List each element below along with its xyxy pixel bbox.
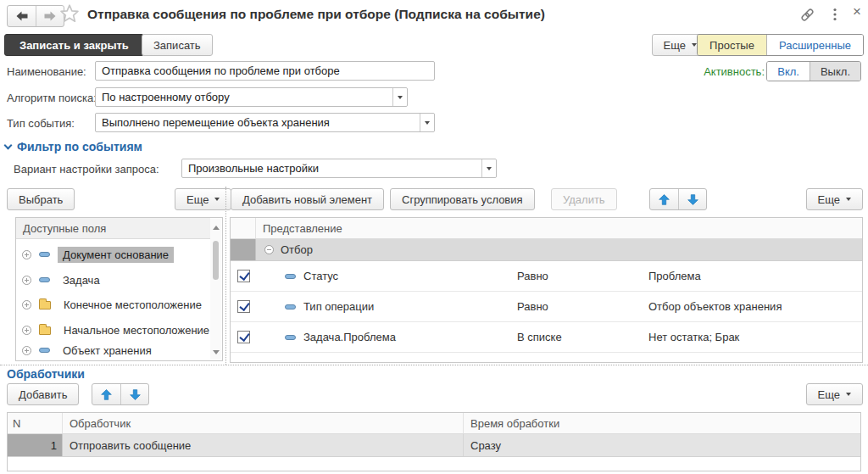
checkbox-checked[interactable] <box>237 300 250 313</box>
section-separator <box>0 365 868 365</box>
scroll-down-icon[interactable] <box>213 350 220 354</box>
name-label: Наименование: <box>7 65 86 78</box>
search-algorithm-combobox[interactable]: По настроенному отбору <box>95 87 408 107</box>
handlers-table-header: N Обработчик Время обработки <box>8 413 860 434</box>
select-field-button[interactable]: Выбрать <box>7 188 75 210</box>
forward-arrow-icon <box>44 11 56 21</box>
dropdown-button[interactable] <box>481 159 496 177</box>
back-arrow-icon <box>16 11 28 21</box>
nav-history-group <box>7 5 64 27</box>
tree-scrollbar[interactable] <box>210 219 221 360</box>
folder-icon <box>39 301 51 309</box>
conditions-more-button[interactable]: Еще <box>806 188 863 210</box>
tree-item-storage-object[interactable]: Объект хранения <box>22 340 208 360</box>
query-variant-label: Вариант настройки запроса: <box>14 163 159 176</box>
conditions-table-header: Представление <box>231 218 862 239</box>
column-header-handler: Обработчик <box>63 417 463 430</box>
name-input[interactable]: Отправка сообщения по проблеме при отбор… <box>95 61 435 81</box>
delete-button[interactable]: Удалить <box>551 188 617 210</box>
up-arrow-icon <box>101 389 112 400</box>
up-arrow-icon <box>659 194 670 205</box>
group-row-marker <box>231 239 256 260</box>
tree-item-document-base[interactable]: Документ основание <box>22 244 208 265</box>
chevron-down-icon <box>846 393 851 396</box>
event-subscription-form: Отправка сообщения по проблеме при отбор… <box>0 0 868 474</box>
close-icon[interactable]: × <box>853 3 861 20</box>
expand-icon[interactable] <box>22 326 31 335</box>
expand-icon[interactable] <box>22 346 31 355</box>
expand-icon[interactable] <box>22 276 31 285</box>
scrollbar-thumb[interactable] <box>213 241 219 280</box>
available-fields-panel: Доступные поля Документ основание Задача… <box>15 217 223 361</box>
panel-splitter[interactable] <box>225 187 226 365</box>
activity-on[interactable]: Вкл. <box>767 62 810 81</box>
chevron-down-icon <box>425 121 430 125</box>
back-button[interactable] <box>8 6 36 26</box>
move-down-button[interactable] <box>678 189 706 209</box>
filter-section-header[interactable]: Фильтр по событиям <box>5 140 142 153</box>
dropdown-button[interactable] <box>420 114 434 131</box>
checkbox-checked[interactable] <box>237 331 250 343</box>
add-handler-button[interactable]: Добавить <box>7 383 79 405</box>
get-link-icon[interactable] <box>800 8 815 25</box>
dropdown-button[interactable] <box>392 88 407 106</box>
view-mode-simple[interactable]: Простые <box>698 35 766 55</box>
kebab-menu-icon[interactable] <box>833 8 837 24</box>
collapse-chevron-icon <box>4 142 13 150</box>
attribute-icon <box>39 277 50 282</box>
conditions-table: Представление Отбор Статус Равно Проблем… <box>230 217 863 363</box>
expand-icon[interactable] <box>22 250 31 259</box>
handlers-table: N Обработчик Время обработки 1 Отпроавит… <box>7 412 861 471</box>
attribute-icon <box>285 304 296 309</box>
filter-group-row[interactable]: Отбор <box>231 239 862 261</box>
handler-move-buttons-group <box>92 383 149 405</box>
scroll-up-icon[interactable] <box>213 226 220 230</box>
attribute-icon <box>39 252 50 257</box>
event-type-combobox[interactable]: Выполнено перемещение объекта хранения <box>95 113 435 132</box>
move-up-button[interactable] <box>92 384 120 404</box>
chevron-down-icon <box>846 198 851 201</box>
tree-item-start-location[interactable]: Начальное местоположение <box>22 320 208 340</box>
activity-off[interactable]: Выкл. <box>810 62 860 81</box>
tree-item-final-location[interactable]: Конечное местоположение <box>22 294 208 315</box>
attribute-icon <box>39 348 50 353</box>
handlers-more-button[interactable]: Еще <box>806 383 863 405</box>
page-title: Отправка сообщения по проблеме при отбор… <box>87 7 545 22</box>
folder-icon <box>39 326 51 335</box>
event-type-label: Тип события: <box>7 117 75 130</box>
chevron-down-icon <box>692 43 697 47</box>
favorite-star-icon[interactable] <box>60 4 79 25</box>
column-header-n: N <box>8 413 63 433</box>
chevron-down-icon <box>214 198 220 201</box>
attribute-icon <box>285 335 296 340</box>
activity-switch: Вкл. Выкл. <box>766 61 861 81</box>
group-conditions-button[interactable]: Сгруппировать условия <box>390 188 535 210</box>
move-down-button[interactable] <box>120 384 148 404</box>
save-and-close-button[interactable]: Записать и закрыть <box>4 34 144 56</box>
down-arrow-icon <box>130 389 141 400</box>
row-number-cell: 1 <box>8 434 63 456</box>
available-fields-header: Доступные поля <box>16 218 210 239</box>
add-element-button[interactable]: Добавить новый элемент <box>231 188 384 210</box>
query-variant-combobox[interactable]: Произвольные настройки <box>181 159 497 178</box>
move-up-button[interactable] <box>650 189 678 209</box>
chevron-down-icon <box>398 96 403 99</box>
view-mode-advanced[interactable]: Расширенные <box>766 35 863 55</box>
column-header-time: Время обработки <box>463 413 860 433</box>
checkbox-column-header <box>231 218 256 238</box>
condition-row[interactable]: Тип операции Равно Отбор объектов хранен… <box>231 292 862 322</box>
view-mode-switch: Простые Расширенные <box>697 34 864 56</box>
expand-icon[interactable] <box>22 300 31 309</box>
collapse-icon[interactable] <box>264 245 274 254</box>
chevron-down-icon <box>487 167 492 170</box>
condition-row[interactable]: Задача.Проблема В списке Нет остатка; Бр… <box>231 322 862 353</box>
handler-row-selected[interactable]: 1 Отпроавить сообщение Сразу <box>8 434 860 457</box>
move-buttons-group <box>649 188 707 210</box>
fields-more-button[interactable]: Еще <box>175 188 231 210</box>
activity-label: Активность: <box>704 65 765 78</box>
checkbox-checked[interactable] <box>237 270 250 282</box>
tree-item-task[interactable]: Задача <box>22 270 208 290</box>
condition-row[interactable]: Статус Равно Проблема <box>231 261 862 292</box>
save-button[interactable]: Записать <box>142 34 213 56</box>
attribute-icon <box>285 274 296 279</box>
